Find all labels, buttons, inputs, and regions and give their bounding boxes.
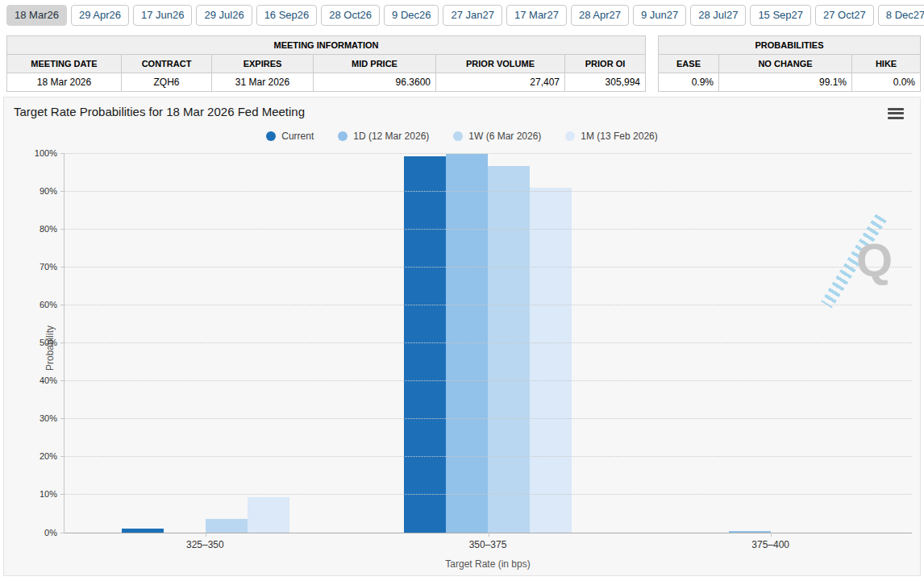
gridline-30 — [65, 418, 912, 419]
plot-area: Probability Q 0%10%20%30%40%50%60%70%80%… — [64, 153, 912, 533]
gridline-60 — [65, 305, 912, 305]
meeting-date-tabbar: 18 Mar2629 Apr2617 Jun2629 Jul2616 Sep26… — [0, 0, 924, 33]
tab-8-dec27[interactable]: 8 Dec27 — [878, 5, 924, 26]
gridline-100 — [65, 153, 912, 154]
gridline-90 — [65, 191, 912, 192]
legend-marker-icon — [453, 131, 463, 141]
y-axis-label-10: 10% — [9, 489, 57, 499]
y-tick-90 — [60, 191, 65, 192]
y-axis-label-70: 70% — [9, 262, 57, 272]
y-axis-label-50: 50% — [9, 338, 57, 347]
tab-18-mar26[interactable]: 18 Mar26 — [6, 5, 67, 26]
col-contract: CONTRACT — [122, 54, 212, 73]
y-tick-80 — [60, 229, 65, 230]
gridline-70 — [65, 267, 912, 268]
y-axis-label-60: 60% — [9, 300, 57, 309]
x-tick-375-400 — [771, 533, 772, 537]
y-axis-label-80: 80% — [9, 224, 57, 234]
tab-15-sep27[interactable]: 15 Sep27 — [750, 5, 811, 26]
legend-marker-icon — [338, 131, 348, 141]
chart-title: Target Rate Probabilities for 18 Mar 202… — [14, 105, 305, 118]
y-tick-100 — [60, 153, 65, 154]
bar-1w-325-350[interactable] — [206, 519, 248, 533]
y-tick-30 — [60, 418, 65, 419]
meeting-information-row: 18 Mar 2026 ZQH6 31 Mar 2026 96.3600 27,… — [7, 73, 646, 91]
col-hike: HIKE — [852, 54, 921, 73]
bar-1m-325-350[interactable] — [248, 497, 289, 533]
y-axis-label-40: 40% — [9, 375, 57, 385]
tab-16-sep26[interactable]: 16 Sep26 — [256, 5, 318, 26]
gridline-50 — [65, 342, 912, 343]
tab-17-mar27[interactable]: 17 Mar27 — [506, 5, 567, 26]
legend-item-1w[interactable]: 1W (6 Mar 2026) — [453, 131, 541, 142]
bar-1m-350-375[interactable] — [530, 188, 572, 532]
tab-27-oct27[interactable]: 27 Oct27 — [815, 5, 874, 26]
legend-label: 1W (6 Mar 2026) — [468, 131, 541, 142]
y-axis-title: Probability — [44, 316, 56, 380]
y-axis-label-100: 100% — [9, 148, 57, 158]
hike-value: 0.0% — [852, 73, 921, 91]
tab-9-jun27[interactable]: 9 Jun27 — [633, 5, 686, 26]
tab-28-jul27[interactable]: 28 Jul27 — [690, 5, 746, 26]
info-tables: MEETING INFORMATION MEETING DATE CONTRAC… — [0, 33, 924, 92]
legend-item-1m[interactable]: 1M (13 Feb 2026) — [565, 131, 657, 142]
col-meeting-date: MEETING DATE — [7, 54, 122, 73]
y-tick-0 — [60, 533, 65, 533]
x-axis-title: Target Rate (in bps) — [64, 558, 912, 570]
chart-legend: Current1D (12 Mar 2026)1W (6 Mar 2026)1M… — [4, 131, 920, 142]
y-tick-40 — [60, 380, 65, 381]
meeting-information-title: MEETING INFORMATION — [7, 35, 646, 54]
tab-17-jun26[interactable]: 17 Jun26 — [133, 5, 193, 26]
y-axis-label-20: 20% — [9, 451, 57, 461]
gridline-10 — [65, 494, 912, 495]
x-tick-325-350 — [206, 533, 206, 537]
mid-price-value: 96.3600 — [314, 73, 436, 91]
ease-value: 0.9% — [659, 73, 719, 91]
legend-item-1d[interactable]: 1D (12 Mar 2026) — [338, 131, 429, 142]
legend-label: 1D (12 Mar 2026) — [353, 131, 429, 142]
probabilities-table: PROBABILITIES EASE NO CHANGE HIKE 0.9% 9… — [658, 35, 921, 92]
chart-menu-hamburger-icon[interactable] — [888, 108, 904, 122]
y-tick-10 — [60, 494, 65, 495]
col-prior-oi: PRIOR OI — [565, 54, 646, 73]
col-mid-price: MID PRICE — [314, 54, 436, 73]
tab-28-apr27[interactable]: 28 Apr27 — [571, 5, 629, 26]
legend-label: Current — [281, 131, 314, 142]
legend-item-current[interactable]: Current — [266, 131, 314, 142]
legend-marker-icon — [565, 131, 575, 141]
y-tick-70 — [60, 267, 65, 268]
col-prior-volume: PRIOR VOLUME — [436, 54, 565, 73]
x-axis-label-350-375: 350–375 — [347, 539, 630, 550]
col-ease: EASE — [659, 54, 719, 73]
target-rate-probabilities-chart: Target Rate Probabilities for 18 Mar 202… — [3, 97, 921, 576]
x-axis-category-labels: 325–350350–375375–400 — [64, 539, 912, 550]
meeting-date-value: 18 Mar 2026 — [7, 73, 122, 91]
y-axis-label-0: 0% — [9, 528, 57, 537]
gridline-20 — [65, 456, 912, 457]
gridline-40 — [65, 380, 912, 381]
y-tick-20 — [60, 456, 65, 457]
tab-29-jul26[interactable]: 29 Jul26 — [196, 5, 252, 26]
no-change-value: 99.1% — [719, 73, 852, 91]
prior-volume-value: 27,407 — [436, 73, 565, 91]
contract-value: ZQH6 — [122, 73, 212, 91]
x-tick-350-375 — [489, 533, 489, 537]
meeting-information-table: MEETING INFORMATION MEETING DATE CONTRAC… — [6, 35, 646, 92]
prior-oi-value: 305,994 — [565, 73, 646, 91]
tab-9-dec26[interactable]: 9 Dec26 — [384, 5, 439, 26]
bar-1w-350-375[interactable] — [488, 166, 530, 533]
bar-current-350-375[interactable] — [404, 156, 446, 533]
y-tick-50 — [60, 342, 65, 343]
probabilities-row: 0.9% 99.1% 0.0% — [659, 73, 921, 91]
col-expires: EXPIRES — [212, 54, 314, 73]
tab-27-jan27[interactable]: 27 Jan27 — [443, 5, 502, 26]
col-no-change: NO CHANGE — [719, 54, 852, 73]
legend-marker-icon — [266, 131, 276, 141]
tab-29-apr26[interactable]: 29 Apr26 — [71, 5, 129, 26]
y-axis-label-90: 90% — [9, 186, 57, 196]
legend-label: 1M (13 Feb 2026) — [581, 131, 657, 142]
gridline-80 — [65, 229, 912, 230]
tab-28-oct26[interactable]: 28 Oct26 — [321, 5, 380, 26]
y-tick-60 — [60, 305, 65, 305]
x-axis-label-375-400: 375–400 — [629, 539, 912, 550]
